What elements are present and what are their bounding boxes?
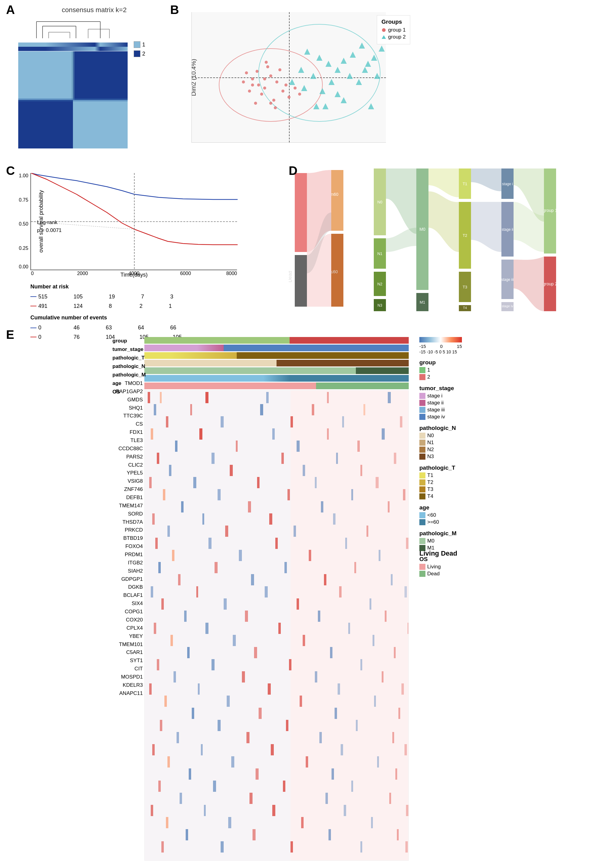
svg-point-30 — [251, 84, 254, 87]
ann-row-group — [144, 337, 409, 344]
svg-rect-148 — [193, 477, 196, 488]
pn-n1-label: N1 — [427, 440, 434, 446]
svg-rect-146 — [360, 465, 362, 476]
svg-rect-175 — [239, 550, 242, 561]
svg-rect-186 — [151, 586, 153, 598]
svg-rect-77 — [331, 170, 343, 231]
svg-rect-261 — [389, 793, 391, 804]
svg-rect-209 — [254, 647, 257, 658]
pn-n0: N0 — [419, 433, 589, 439]
svg-rect-250 — [189, 768, 191, 779]
svg-rect-144 — [230, 465, 233, 476]
ann-row-os — [144, 382, 409, 389]
pt-t4: T4 — [419, 493, 589, 499]
line-icon-blue — [30, 295, 37, 298]
colorscale-min: -15 — [419, 344, 426, 349]
svg-rect-149 — [257, 477, 259, 488]
age-gte60-color — [419, 519, 425, 525]
svg-rect-156 — [403, 489, 406, 500]
svg-point-25 — [254, 102, 257, 105]
svg-rect-247 — [231, 756, 234, 768]
svg-rect-116 — [266, 392, 269, 403]
os-living-label: Living — [427, 564, 441, 570]
os-legend: OS Living Dead — [419, 556, 589, 577]
xtick-4000: 4000 — [129, 271, 139, 276]
svg-point-37 — [265, 61, 268, 64]
svg-rect-202 — [348, 623, 350, 634]
xtick-8000: 8000 — [226, 271, 237, 276]
svg-rect-230 — [259, 708, 262, 719]
group-legend: group 1 2 — [419, 359, 589, 380]
svg-rect-73 — [295, 173, 307, 252]
panel-c: C group 1 2 overall survival probability… — [6, 164, 268, 316]
svg-point-18 — [269, 74, 272, 77]
ellipses-svg — [192, 12, 386, 143]
svg-point-36 — [274, 106, 277, 109]
svg-rect-188 — [265, 586, 268, 598]
svg-marker-58 — [323, 103, 329, 109]
pm-m0-label: M0 — [427, 538, 435, 544]
gene-SHQ1: SHQ1 — [107, 404, 143, 412]
svg-rect-204 — [170, 635, 173, 646]
svg-rect-229 — [192, 708, 194, 719]
pn-n2-color — [419, 447, 425, 453]
gene-KDELR3: KDELR3 — [107, 681, 143, 689]
legend-b: Groups group 1 group 2 — [377, 15, 410, 44]
svg-rect-172 — [345, 538, 347, 549]
gene-THSD7A: THSD7A — [107, 518, 143, 527]
svg-text:T4: T4 — [463, 306, 467, 310]
svg-rect-208 — [187, 647, 189, 658]
patho-n-title: pathologic_N — [419, 425, 589, 431]
svg-rect-190 — [404, 586, 407, 598]
pn-n3: N3 — [419, 453, 589, 460]
pathologic-m-legend: pathologic_M M0 M1 — [419, 530, 589, 551]
svg-text:stage iv: stage iv — [502, 304, 513, 308]
svg-marker-61 — [379, 46, 385, 52]
svg-marker-41 — [335, 67, 340, 73]
legend-b-title: Groups — [381, 19, 406, 25]
ts-stage-iv: stage iv — [419, 414, 589, 420]
ytick-0.50: 0.50 — [19, 221, 28, 227]
svg-rect-191 — [161, 598, 164, 610]
svg-rect-246 — [167, 756, 170, 768]
svg-point-34 — [256, 70, 259, 73]
svg-rect-128 — [400, 416, 403, 428]
svg-rect-263 — [204, 805, 206, 816]
svg-rect-162 — [203, 514, 204, 525]
os-dead: Dead — [419, 571, 589, 577]
group-2-item: 2 — [419, 374, 589, 380]
gene-CCDC88C: CCDC88C — [107, 445, 143, 453]
gene-YBEY: YBEY — [107, 632, 143, 641]
svg-rect-177 — [379, 550, 380, 561]
svg-rect-113 — [148, 392, 150, 403]
gene-PRKCD: PRKCD — [107, 526, 143, 534]
svg-rect-266 — [406, 805, 409, 816]
svg-marker-64 — [382, 35, 386, 39]
pt-t4-color — [419, 493, 425, 499]
os-dead-color — [419, 571, 425, 577]
ann-label-pathologic-n: pathologic_N — [112, 363, 146, 370]
svg-rect-277 — [290, 841, 293, 853]
panel-a-label: A — [6, 3, 15, 17]
heatmap-main — [144, 337, 409, 861]
ytick-0.75: 0.75 — [19, 197, 28, 203]
ann-row-age — [144, 375, 409, 382]
svg-rect-224 — [401, 683, 404, 695]
svg-point-22 — [266, 65, 269, 68]
svg-rect-131 — [272, 428, 275, 440]
ann-row-pathologic-n — [144, 360, 409, 366]
ts-stage-ii: stage ii — [419, 400, 589, 406]
svg-rect-239 — [320, 732, 322, 743]
svg-rect-150 — [315, 477, 317, 488]
ts-stage-i: stage i — [419, 393, 589, 399]
panel-b: B Dim2 (10.4%) Dim1 (20%) -10 0 10 10 0 … — [170, 3, 413, 155]
svg-rect-168 — [367, 526, 368, 537]
svg-rect-151 — [376, 477, 379, 488]
gene-DEFB1: DEFB1 — [107, 494, 143, 502]
pt-t2: T2 — [419, 480, 589, 486]
svg-rect-237 — [176, 732, 179, 743]
gene-FOXO4: FOXO4 — [107, 543, 143, 551]
gene-CLIC2: CLIC2 — [107, 461, 143, 469]
svg-text:m60: m60 — [330, 192, 338, 197]
svg-rect-210 — [330, 647, 333, 658]
